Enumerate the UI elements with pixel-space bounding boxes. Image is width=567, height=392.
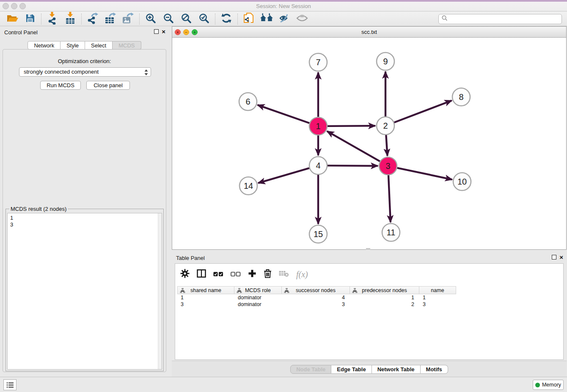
deselect-all-rows-button[interactable] — [231, 271, 241, 278]
edge-2-8[interactable] — [394, 101, 452, 123]
open-session-button[interactable] — [3, 12, 21, 26]
toolbar-separator — [139, 14, 140, 25]
task-history-button[interactable] — [3, 379, 17, 390]
network-resize-handle[interactable] — [366, 248, 370, 250]
clone-network-icon — [243, 12, 255, 26]
tab-node-table[interactable]: Node Table — [290, 365, 331, 374]
split-panel-button[interactable] — [197, 269, 206, 279]
export-network-icon — [87, 12, 99, 26]
refresh-button[interactable] — [217, 12, 235, 26]
zoom-in-icon — [145, 13, 157, 25]
cell-mcds-role[interactable]: dominator — [234, 294, 282, 301]
add-column-button[interactable] — [248, 269, 256, 279]
close-table-panel-icon[interactable]: × — [559, 255, 563, 259]
float-table-panel-icon[interactable] — [552, 255, 556, 259]
float-panel-icon[interactable] — [154, 29, 159, 34]
window-top-accent — [0, 0, 567, 2]
cell-name[interactable]: 1 — [419, 294, 456, 301]
criterion-dropdown[interactable]: strongly connected component — [19, 67, 151, 77]
graph-node-4[interactable]: 4 — [309, 157, 327, 174]
run-mcds-button[interactable]: Run MCDS — [40, 81, 81, 90]
toolbar-separator — [237, 14, 238, 25]
column-header-predecessor-nodes[interactable]: predecessor nodes — [350, 286, 419, 294]
panes-icon — [197, 269, 206, 279]
graph-node-10[interactable]: 10 — [453, 173, 471, 190]
edge-1-2[interactable] — [328, 126, 375, 126]
search-input[interactable] — [448, 15, 561, 23]
tab-style[interactable]: Style — [61, 41, 85, 50]
table-tabs: Node TableEdge TableNetwork TableMotifs — [172, 365, 567, 374]
delete-column-button[interactable] — [264, 269, 272, 280]
result-scrollbar[interactable] — [158, 213, 162, 369]
table-header-row: shared nameMCDS rolesuccessor nodesprede… — [177, 286, 456, 294]
graph-node-7[interactable]: 7 — [309, 53, 327, 71]
cell-predecessor-nodes[interactable]: 2 — [350, 301, 419, 308]
cell-predecessor-nodes[interactable]: 1 — [350, 294, 419, 301]
column-header-name[interactable]: name — [419, 286, 456, 294]
tab-mcds[interactable]: MCDS — [113, 41, 141, 50]
check-pair-icon — [213, 271, 223, 278]
import-table-button[interactable] — [61, 12, 79, 26]
zoom-in-button[interactable] — [142, 12, 160, 26]
table-settings-button[interactable] — [180, 269, 190, 280]
select-all-rows-button[interactable] — [213, 271, 223, 278]
zoom-fit-button[interactable] — [177, 12, 195, 26]
zoom-out-icon — [163, 13, 174, 25]
save-session-button[interactable] — [21, 12, 39, 26]
eye-gray-icon — [296, 14, 308, 24]
cell-successor-nodes[interactable]: 3 — [282, 301, 350, 308]
clone-network-button[interactable] — [240, 12, 258, 26]
tab-network-table[interactable]: Network Table — [372, 365, 421, 374]
edge-2-3[interactable] — [386, 135, 387, 156]
graph-node-11[interactable]: 11 — [382, 224, 400, 241]
tab-edge-table[interactable]: Edge Table — [331, 365, 372, 374]
graph-node-3[interactable]: 3 — [379, 157, 397, 175]
graph-node-14[interactable]: 14 — [239, 177, 257, 195]
cell-successor-nodes[interactable]: 4 — [282, 294, 350, 301]
svg-text:14: 14 — [244, 181, 253, 190]
cell-name[interactable]: 3 — [419, 301, 456, 308]
zoom-selected-button[interactable] — [195, 12, 213, 26]
edge-3-11[interactable] — [388, 175, 391, 222]
edge-3-10[interactable] — [397, 168, 452, 179]
export-image-button[interactable] — [119, 12, 137, 26]
export-network-button[interactable] — [84, 12, 102, 26]
mcds-result-textarea[interactable]: 13 — [7, 213, 162, 370]
graph-node-2[interactable]: 2 — [377, 117, 394, 135]
graph-node-9[interactable]: 9 — [377, 52, 394, 70]
edge-4-14[interactable] — [258, 168, 309, 183]
column-header-shared-name[interactable]: shared name — [177, 286, 234, 294]
first-neighbors-icon — [260, 13, 273, 25]
close-panel-button[interactable]: Close panel — [86, 81, 130, 90]
tab-select[interactable]: Select — [85, 41, 113, 50]
svg-text:10: 10 — [457, 177, 467, 186]
first-neighbors-button[interactable] — [258, 12, 275, 26]
tab-network[interactable]: Network — [28, 41, 61, 50]
control-panel: Control Panel × NetworkStyleSelectMCDS O… — [0, 26, 169, 377]
column-tree-icon — [180, 288, 185, 295]
graph-node-15[interactable]: 15 — [309, 225, 327, 243]
edge-3-1[interactable] — [327, 131, 380, 161]
zoom-out-button[interactable] — [160, 12, 177, 26]
plus-icon — [248, 269, 256, 279]
svg-text:7: 7 — [316, 58, 320, 67]
column-header-mcds-role[interactable]: MCDS role — [234, 286, 282, 294]
toolbar-separator — [41, 14, 41, 25]
graph-node-6[interactable]: 6 — [239, 93, 257, 110]
edge-1-6[interactable] — [258, 105, 310, 123]
memory-button[interactable]: Memory — [533, 380, 564, 390]
import-network-button[interactable] — [44, 12, 61, 26]
network-canvas: 7968124314101511 — [172, 38, 566, 249]
cell-shared-name[interactable]: 3 — [177, 301, 234, 308]
cell-mcds-role[interactable]: dominator — [234, 301, 282, 308]
column-header-successor-nodes[interactable]: successor nodes — [282, 286, 350, 294]
graph-node-1[interactable]: 1 — [309, 117, 327, 135]
graph-node-8[interactable]: 8 — [452, 88, 470, 106]
close-panel-icon[interactable]: × — [162, 29, 165, 34]
cell-shared-name[interactable]: 1 — [177, 294, 234, 301]
tab-motifs[interactable]: Motifs — [421, 365, 448, 374]
hide-selected-button[interactable] — [275, 12, 293, 26]
edge-4-3[interactable] — [328, 166, 378, 166]
export-table-button[interactable] — [102, 12, 119, 26]
control-panel-tabs: NetworkStyleSelectMCDS — [0, 41, 169, 50]
